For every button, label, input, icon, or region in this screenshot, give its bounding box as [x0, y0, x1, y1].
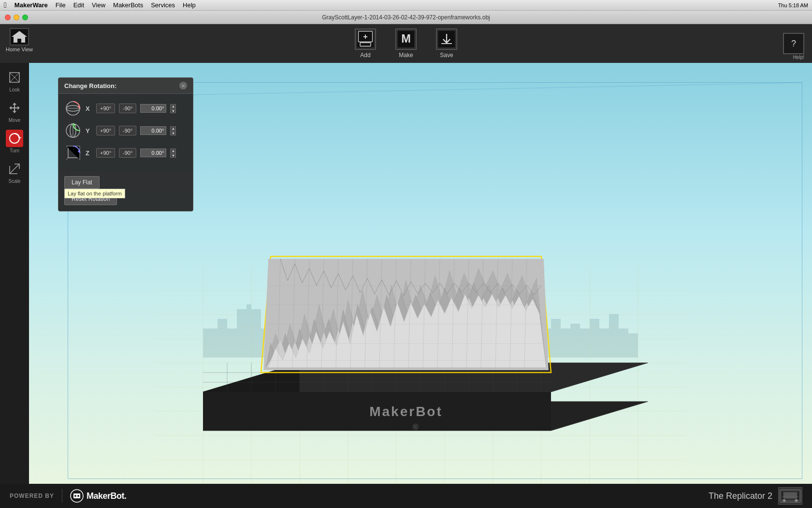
look-label: Look [9, 87, 20, 92]
move-label: Move [9, 118, 20, 123]
home-label: Home View [6, 46, 33, 52]
svg-point-96 [795, 499, 798, 502]
menu-makerware[interactable]: MakerWare [14, 1, 48, 9]
look-icon [6, 69, 23, 86]
add-icon: + [355, 29, 376, 50]
y-rotation-row: Y +90° -90° ▲ ▼ [64, 122, 187, 139]
dialog-close-button[interactable]: ✕ [179, 82, 187, 90]
x-spinner: ▲ ▼ [170, 104, 176, 113]
minimize-button[interactable] [14, 15, 19, 20]
replicator-icon [778, 487, 802, 505]
make-button[interactable]: M Make [395, 29, 417, 59]
app-container: Home View + Add M [0, 24, 812, 508]
bottom-separator [62, 489, 62, 503]
z-minus90-button[interactable]: -90° [119, 148, 136, 158]
makerbot-logo: MakerBot. [70, 489, 127, 503]
help-button[interactable]: ? [783, 33, 804, 54]
z-axis-label: Z [86, 149, 92, 157]
bottom-bar: POWERED BY MakerBot. The Replicator 2 [0, 484, 812, 508]
save-button[interactable]: Save [436, 29, 457, 59]
replicator-label: The Replicator 2 [709, 491, 772, 501]
y-rotation-icon [64, 122, 82, 139]
svg-point-91 [74, 495, 76, 497]
dialog-title: Change Rotation: [64, 82, 116, 90]
sidebar-tool-move[interactable]: Move [2, 97, 27, 125]
scale-label: Scale [8, 179, 20, 184]
toolbar-center: + Add M Make [355, 29, 457, 59]
x-spin-up[interactable]: ▲ [170, 104, 176, 108]
menu-time: Thu 5:18 AM [778, 2, 808, 8]
titlebar: GrayScottLayer-1-2014-03-26-02-42-39-972… [0, 11, 812, 24]
z-value-input[interactable] [140, 149, 166, 157]
turn-icon [6, 130, 23, 147]
make-icon: M [395, 29, 417, 50]
maximize-button[interactable] [22, 15, 28, 20]
makerbot-logo-text: MakerBot. [87, 491, 127, 501]
svg-point-92 [77, 495, 79, 497]
dialog-titlebar: Change Rotation: ✕ [58, 78, 193, 94]
svg-rect-95 [783, 492, 798, 498]
z-spin-down[interactable]: ▼ [170, 153, 176, 158]
dialog-body: X +90° -90° ▲ ▼ [58, 94, 193, 172]
mac-menubar:  MakerWare File Edit View MakerBots Ser… [0, 0, 812, 11]
home-view-button[interactable]: Home View [0, 24, 39, 56]
svg-text:MakerBot: MakerBot [369, 404, 443, 419]
main-toolbar: Home View + Add M [0, 24, 812, 63]
z-spinner: ▲ ▼ [170, 149, 176, 158]
y-plus90-button[interactable]: +90° [96, 126, 115, 135]
sidebar-tool-look[interactable]: Look [2, 67, 27, 94]
x-value-input[interactable] [140, 104, 166, 113]
add-label: Add [360, 52, 370, 59]
y-spin-up[interactable]: ▲ [170, 126, 176, 131]
menu-file[interactable]: File [56, 1, 66, 9]
rotation-dialog: Change Rotation: ✕ [58, 77, 193, 211]
menu-makerbots[interactable]: MakerBots [113, 1, 143, 9]
3d-model-platform: MakerBot ® [116, 189, 648, 460]
left-sidebar: Look Move [0, 63, 29, 484]
z-spin-up[interactable]: ▲ [170, 149, 176, 153]
z-rotation-row: Z +90° -90° ▲ ▼ [64, 144, 187, 162]
sidebar-tool-scale[interactable]: Scale [2, 158, 27, 186]
add-button[interactable]: + Add [355, 29, 376, 59]
menu-help[interactable]: Help [183, 1, 196, 9]
main-content-area: Look Move [0, 63, 812, 484]
scale-icon [6, 160, 23, 178]
y-value-input[interactable] [140, 126, 166, 135]
x-minus90-button[interactable]: -90° [119, 104, 136, 113]
svg-text:M: M [401, 32, 411, 45]
make-label: Make [399, 52, 413, 59]
x-rotation-row: X +90° -90° ▲ ▼ [64, 100, 187, 117]
3d-viewport[interactable]: MakerBot ® Change Rotation: ✕ [29, 63, 812, 484]
window-title: GrayScottLayer-1-2014-03-26-02-42-39-972… [322, 14, 490, 21]
y-minus90-button[interactable]: -90° [119, 126, 136, 135]
x-plus90-button[interactable]: +90° [96, 104, 115, 113]
x-spin-down[interactable]: ▼ [170, 109, 176, 113]
close-button[interactable] [5, 15, 11, 20]
lay-flat-button[interactable]: Lay Flat [64, 176, 100, 189]
replicator-device-icon [779, 487, 802, 505]
save-icon [436, 29, 457, 50]
apple-menu[interactable]:  [4, 1, 7, 10]
z-plus90-button[interactable]: +90° [96, 148, 115, 158]
help-icon: ? [791, 39, 796, 49]
turn-label: Turn [10, 148, 19, 153]
bottom-right: The Replicator 2 [709, 487, 802, 505]
powered-by-label: POWERED BY [10, 493, 54, 499]
y-spinner: ▲ ▼ [170, 126, 176, 135]
save-label: Save [440, 52, 453, 59]
menu-services[interactable]: Services [151, 1, 175, 9]
reset-rotation-button[interactable]: Reset Rotation [64, 193, 117, 205]
menu-view[interactable]: View [92, 1, 105, 9]
dialog-actions: Lay Flat Lay flat on the platform Reset … [58, 172, 193, 211]
makerbot-logo-icon [70, 489, 84, 503]
move-icon [6, 99, 23, 117]
sidebar-tool-turn[interactable]: Turn [2, 128, 27, 155]
help-label: Help! [793, 55, 804, 60]
y-spin-down[interactable]: ▼ [170, 131, 176, 135]
x-rotation-icon [64, 100, 82, 117]
y-axis-label: Y [86, 127, 92, 134]
menu-edit[interactable]: Edit [73, 1, 84, 9]
svg-text:+: + [363, 32, 368, 41]
x-axis-label: X [86, 105, 92, 112]
svg-text:®: ® [413, 423, 419, 431]
